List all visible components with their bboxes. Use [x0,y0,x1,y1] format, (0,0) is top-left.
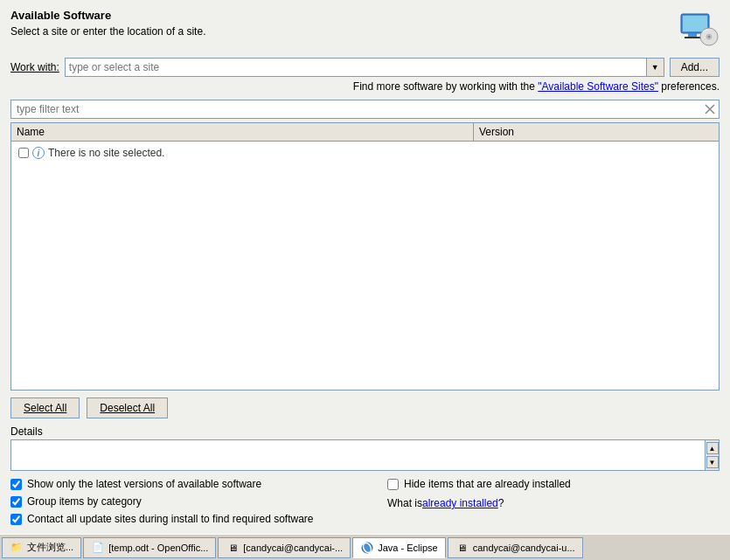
already-installed-link[interactable]: already installed [422,497,498,509]
scroll-up-arrow[interactable]: ▲ [706,442,719,454]
scroll-down-arrow[interactable]: ▼ [706,456,719,468]
taskbar-item-file-browser[interactable]: 📁 文件浏览... [2,537,81,558]
hide-installed-text: Hide items that are already installed [404,478,571,490]
already-installed-suffix: ? [498,497,504,509]
column-version: Version [474,123,719,141]
svg-point-6 [708,36,711,38]
filter-clear-icon[interactable] [701,100,719,118]
show-latest-text: Show only the latest versions of availab… [27,478,261,490]
group-by-category-checkbox[interactable] [10,496,22,508]
contact-update-sites-checkbox[interactable] [10,514,22,525]
taskbar-item-label: [temp.odt - OpenOffic... [108,543,208,553]
contact-update-sites-checkbox-row: Contact all update sites during install … [10,513,387,525]
details-scrollbar: ▲ ▼ [705,440,719,470]
table-header: Name Version [11,123,719,142]
computer-cd-icon [678,9,720,51]
site-dropdown-button[interactable]: ▼ [647,58,664,77]
info-icon: i [32,147,45,159]
group-by-category-text: Group items by category [27,495,142,508]
details-section: Details ▲ ▼ [10,425,720,471]
document-icon: 📄 [91,541,105,555]
hide-installed-checkbox-row: Hide items that are already installed [387,478,720,490]
filter-row [10,100,720,119]
hide-installed-label[interactable]: Hide items that are already installed [404,478,571,490]
eclipse-icon [360,541,374,555]
available-software-sites-link[interactable]: "Available Software Sites" [538,80,658,93]
select-all-label: Select All [24,402,66,414]
folder-icon: 📁 [10,541,24,555]
header-section: Available Software Select a site or ente… [10,9,205,38]
add-button[interactable]: Add... [670,58,720,77]
show-latest-checkbox-row: Show only the latest versions of availab… [10,478,387,490]
terminal-icon: 🖥 [226,541,240,555]
work-with-row: Work with: ▼ Add... [10,58,720,77]
deselect-all-label: Deselect All [100,402,155,414]
taskbar-item-label: Java - Eclipse [378,543,437,553]
row-text: There is no site selected. [48,147,164,159]
details-box: ▲ ▼ [10,439,720,471]
find-more-row: Find more software by working with the "… [10,80,720,93]
taskbar-item-terminal2[interactable]: 🖥 candycai@candycai-u... [448,537,583,558]
already-installed-row: What is already installed ? [387,497,720,509]
page-title: Available Software [10,9,205,22]
deselect-all-button[interactable]: Deselect All [87,398,168,418]
page-subtitle: Select a site or enter the location of a… [10,25,205,38]
header-icon [678,9,720,51]
taskbar: 📁 文件浏览... 📄 [temp.odt - OpenOffic... 🖥 [… [0,534,730,560]
terminal2-icon: 🖥 [455,541,469,555]
show-latest-label[interactable]: Show only the latest versions of availab… [27,478,261,490]
taskbar-item-openoffice[interactable]: 📄 [temp.odt - OpenOffic... [83,537,216,558]
svg-rect-2 [688,33,697,37]
selection-buttons: Select All Deselect All [10,398,720,418]
already-installed-prefix: What is [387,497,422,509]
details-label: Details [10,425,720,438]
taskbar-item-label: 文件浏览... [27,541,73,554]
software-table: Name Version i There is no site selected… [10,122,720,391]
svg-rect-3 [685,37,700,38]
taskbar-item-label: [candycai@candycai-... [243,543,343,553]
find-more-prefix: Find more software by working with the [353,80,538,93]
table-row: i There is no site selected. [15,145,715,161]
table-body: i There is no site selected. [11,142,719,390]
row-checkbox[interactable] [18,148,29,158]
taskbar-item-terminal[interactable]: 🖥 [candycai@candycai-... [218,537,351,558]
svg-rect-1 [683,16,707,31]
contact-update-sites-text: Contact all update sites during install … [27,513,314,525]
options-section: Show only the latest versions of availab… [10,478,720,525]
taskbar-item-label: candycai@candycai-u... [473,543,575,553]
site-input[interactable] [65,58,647,77]
work-with-label: Work with: [10,61,59,73]
column-name: Name [11,123,474,141]
group-by-category-checkbox-row: Group items by category [10,495,387,508]
contact-update-sites-label[interactable]: Contact all update sites during install … [27,513,314,525]
taskbar-item-eclipse[interactable]: Java - Eclipse [352,537,445,558]
details-content [11,440,705,470]
show-latest-checkbox[interactable] [10,479,22,490]
filter-input[interactable] [11,103,701,115]
select-all-button[interactable]: Select All [10,398,80,418]
find-more-suffix: preferences. [658,80,720,93]
hide-installed-checkbox[interactable] [387,479,399,490]
group-by-category-label[interactable]: Group items by category [27,495,142,508]
